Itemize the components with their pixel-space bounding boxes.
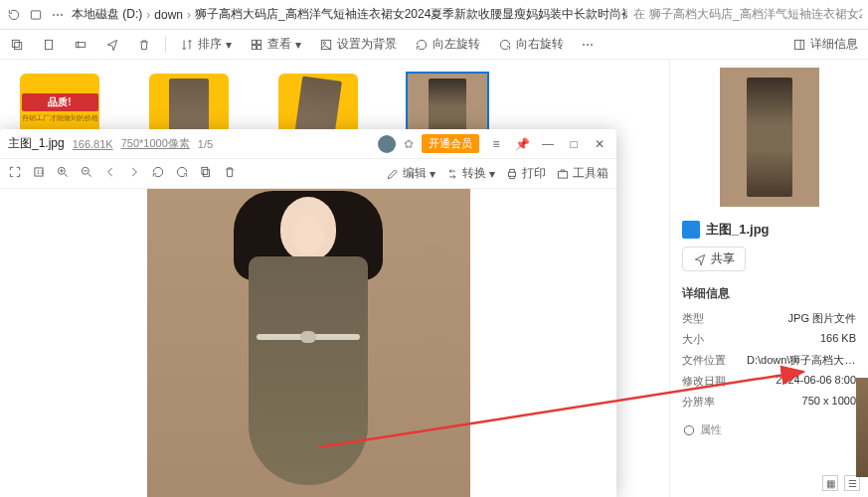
breadcrumb[interactable]: 本地磁盘 (D:) › down › 狮子高档大码店_高档洋气短袖连衣裙女202… xyxy=(72,6,627,23)
details-panel: 主图_1.jpg 共享 详细信息 类型JPG 图片文件 大小166 KB 文件位… xyxy=(669,60,868,497)
viewer-titlebar: 主图_1.jpg 166.81K 750*1000像素 1/5 ✿ 开通会员 ≡… xyxy=(0,129,616,159)
svg-rect-8 xyxy=(252,45,256,49)
view-switcher: ▦ ☰ xyxy=(822,475,860,491)
image-viewer-window: 主图_1.jpg 166.81K 750*1000像素 1/5 ✿ 开通会员 ≡… xyxy=(0,129,616,497)
image-content xyxy=(147,189,470,497)
rotate-left-icon[interactable] xyxy=(151,165,165,182)
search-text: 狮子高档大码店_高档洋气短袖连衣裙女2024夏季 xyxy=(649,6,862,23)
list-view-icon[interactable]: ☰ xyxy=(844,475,860,491)
toolbar: 排序 ▾ 查看 ▾ 设置为背景 向左旋转 向右旋转 ⋯ 详细信息 xyxy=(0,30,868,60)
search-box[interactable]: 在 狮子高档大码店_高档洋气短袖连衣裙女2024夏季 xyxy=(633,6,862,23)
svg-point-11 xyxy=(323,42,325,44)
next-icon[interactable] xyxy=(127,165,141,182)
copy-icon[interactable] xyxy=(6,36,28,54)
svg-rect-3 xyxy=(12,40,19,47)
address-bar: ⋯ 本地磁盘 (D:) › down › 狮子高档大码店_高档洋气短袖连衣裙女2… xyxy=(0,0,868,30)
detail-row-type: 类型JPG 图片文件 xyxy=(682,308,856,329)
svg-rect-17 xyxy=(204,170,210,177)
print-button[interactable]: 打印 xyxy=(505,165,546,182)
detail-row-modified: 修改日期2024-06-06 8:00 xyxy=(682,371,856,392)
zoom-in-icon[interactable] xyxy=(56,165,70,182)
svg-rect-20 xyxy=(558,171,567,177)
chevron-right-icon: › xyxy=(146,8,150,22)
attributes-button[interactable]: 属性 xyxy=(682,422,856,437)
copy-icon[interactable] xyxy=(199,165,213,182)
close-button[interactable]: ✕ xyxy=(591,137,608,151)
preview-thumbnail[interactable] xyxy=(720,68,819,207)
edit-dropdown[interactable]: 编辑 ▾ xyxy=(386,165,435,182)
rename-icon[interactable] xyxy=(70,36,91,54)
grid-view-icon[interactable]: ▦ xyxy=(822,475,838,491)
crumb-root[interactable]: 本地磁盘 (D:) xyxy=(72,6,142,23)
crumb-down[interactable]: down xyxy=(154,8,183,22)
viewer-canvas[interactable] xyxy=(0,189,616,497)
maximize-button[interactable]: □ xyxy=(565,137,583,151)
folder-badge: 品质! xyxy=(22,93,98,111)
sort-button[interactable]: 排序 ▾ xyxy=(176,34,236,55)
delete-icon[interactable] xyxy=(133,36,155,54)
refresh-icon[interactable] xyxy=(6,7,22,23)
zoom-out-icon[interactable] xyxy=(80,165,93,182)
details-toggle[interactable]: 详细信息 xyxy=(788,34,862,55)
search-prefix: 在 xyxy=(633,6,645,23)
svg-rect-2 xyxy=(15,42,22,49)
jpg-file-icon xyxy=(682,221,700,239)
crumb-folder[interactable]: 狮子高档大码店_高档洋气短袖连衣裙女2024夏季新款收腰显瘦妈妈装中长款时尚裙子 xyxy=(195,6,627,23)
details-filename: 主图_1.jpg xyxy=(682,221,856,239)
svg-rect-18 xyxy=(202,167,208,174)
share-icon[interactable] xyxy=(101,36,123,54)
fit-icon[interactable]: 1:1 xyxy=(32,165,46,182)
svg-rect-7 xyxy=(258,40,261,44)
view-button[interactable]: 查看 ▾ xyxy=(246,34,305,55)
pin-icon[interactable]: 📌 xyxy=(513,137,531,151)
svg-rect-19 xyxy=(509,172,516,176)
svg-point-21 xyxy=(684,425,693,434)
svg-rect-9 xyxy=(258,45,261,49)
fullscreen-icon[interactable] xyxy=(8,165,22,182)
viewer-filesize[interactable]: 166.81K xyxy=(73,138,113,150)
adjacent-image-strip xyxy=(856,378,868,477)
share-button[interactable]: 共享 xyxy=(682,247,746,271)
delete-icon[interactable] xyxy=(223,165,237,182)
detail-row-resolution: 分辨率750 x 1000 xyxy=(682,392,856,413)
viewer-filename: 主图_1.jpg xyxy=(8,135,65,152)
rotate-right-button[interactable]: 向右旋转 xyxy=(494,34,568,55)
set-background-button[interactable]: 设置为背景 xyxy=(315,34,401,55)
vip-button[interactable]: 开通会员 xyxy=(422,134,479,153)
menu-icon[interactable]: ≡ xyxy=(487,137,505,151)
window-icon[interactable] xyxy=(28,7,44,23)
svg-rect-4 xyxy=(46,40,53,49)
rotate-right-icon[interactable] xyxy=(175,165,189,182)
viewer-toolbar: 1:1 编辑 ▾ 转换 ▾ 打印 工具箱 xyxy=(0,159,616,189)
svg-rect-0 xyxy=(31,10,40,18)
paste-icon[interactable] xyxy=(38,36,60,54)
convert-dropdown[interactable]: 转换 ▾ xyxy=(445,165,495,182)
avatar-icon[interactable] xyxy=(378,135,396,153)
prev-icon[interactable] xyxy=(103,165,117,182)
svg-text:1:1: 1:1 xyxy=(37,169,44,175)
detail-row-location: 文件位置D:\down\狮子高档大码店_高... xyxy=(682,350,856,371)
viewer-index: 1/5 xyxy=(198,138,213,150)
svg-rect-5 xyxy=(76,42,85,47)
toolbox-button[interactable]: 工具箱 xyxy=(556,165,608,182)
svg-rect-12 xyxy=(794,40,803,49)
minimize-button[interactable]: — xyxy=(539,137,557,151)
details-section-title: 详细信息 xyxy=(682,285,856,302)
svg-rect-6 xyxy=(252,40,256,44)
viewer-dimensions[interactable]: 750*1000像素 xyxy=(121,136,190,151)
more-icon[interactable]: ⋯ xyxy=(50,7,66,23)
rotate-left-button[interactable]: 向左旋转 xyxy=(411,34,484,55)
chevron-right-icon: › xyxy=(187,8,191,22)
detail-row-size: 大小166 KB xyxy=(682,329,856,350)
more-actions-icon[interactable]: ⋯ xyxy=(578,36,598,54)
settings-icon[interactable]: ✿ xyxy=(404,137,414,151)
